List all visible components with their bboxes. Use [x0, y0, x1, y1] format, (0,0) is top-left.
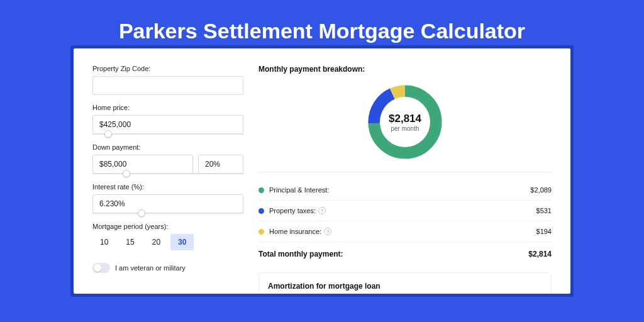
breakdown-total-row: Total monthly payment: $2,814 [258, 242, 552, 270]
page-title: Parkers Settlement Mortgage Calculator [0, 0, 644, 48]
interest-rate-input[interactable] [92, 194, 243, 213]
home-price-label: Home price: [92, 104, 243, 111]
period-option-20[interactable]: 20 [145, 234, 168, 250]
breakdown-value-taxes: $531 [536, 207, 552, 214]
swatch-yellow-icon [258, 229, 264, 235]
breakdown-title: Monthly payment breakdown: [258, 65, 552, 74]
home-price-slider-thumb[interactable] [104, 130, 112, 138]
veteran-toggle-knob [94, 264, 101, 272]
period-option-15[interactable]: 15 [118, 234, 142, 250]
period-option-30[interactable]: 30 [170, 234, 194, 250]
swatch-green-icon [258, 187, 264, 193]
down-payment-slider-thumb[interactable] [123, 170, 130, 177]
interest-rate-label: Interest rate (%): [92, 183, 243, 191]
breakdown-row-taxes: Property taxes: ? $531 [258, 201, 552, 221]
breakdown-label-taxes: Property taxes: [269, 207, 316, 214]
amortization-title: Amortization for mortgage loan [268, 282, 542, 291]
donut-amount: $2,814 [389, 113, 421, 125]
swatch-blue-icon [258, 208, 264, 214]
period-label: Mortgage period (years): [92, 223, 243, 230]
interest-rate-slider-thumb[interactable] [138, 209, 145, 217]
zip-input[interactable] [92, 76, 243, 95]
breakdown-row-principal: Principal & Interest: $2,089 [258, 180, 552, 201]
breakdown-column: Monthly payment breakdown: $2,814 per mo… [258, 65, 552, 294]
info-icon[interactable]: ? [324, 228, 331, 235]
calculator-panel: Property Zip Code: Home price: Down paym… [74, 48, 570, 294]
breakdown-value-principal: $2,089 [530, 186, 552, 194]
breakdown-donut-chart: $2,814 per month [364, 81, 446, 163]
info-icon[interactable]: ? [318, 207, 326, 214]
amortization-card: Amortization for mortgage loan Amortizat… [258, 272, 552, 294]
veteran-label: I am veteran or military [115, 264, 186, 272]
down-payment-slider[interactable] [92, 173, 243, 174]
period-option-10[interactable]: 10 [92, 234, 116, 250]
breakdown-total-label: Total monthly payment: [258, 250, 343, 258]
breakdown-label-principal: Principal & Interest: [269, 186, 329, 194]
divider [258, 172, 552, 172]
down-payment-input[interactable] [92, 155, 193, 174]
veteran-toggle[interactable] [92, 263, 110, 273]
breakdown-total-value: $2,814 [528, 250, 552, 258]
home-price-slider[interactable] [92, 133, 243, 135]
breakdown-label-insurance: Home insurance: [269, 228, 321, 235]
down-payment-pct-input[interactable] [198, 155, 243, 174]
down-payment-label: Down payment: [92, 143, 243, 151]
home-price-input[interactable] [92, 115, 243, 134]
period-group: 10 15 20 30 [92, 234, 243, 250]
form-column: Property Zip Code: Home price: Down paym… [92, 65, 243, 294]
breakdown-value-insurance: $194 [536, 228, 552, 235]
zip-label: Property Zip Code: [92, 65, 243, 72]
donut-sublabel: per month [391, 125, 419, 132]
interest-rate-slider[interactable] [92, 213, 243, 214]
breakdown-row-insurance: Home insurance: ? $194 [258, 221, 552, 242]
